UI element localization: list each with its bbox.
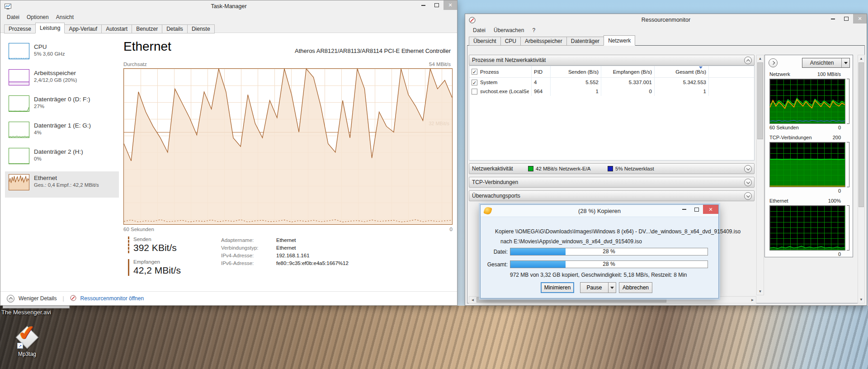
sidebar-item-ethernet[interactable]: Ethernet Ges.: 0,4 Empf.: 42,2 MBit/s <box>5 171 119 198</box>
tab-benutzer[interactable]: Benutzer <box>132 24 162 33</box>
scrollbar-thumb[interactable] <box>757 62 763 139</box>
tab-autostart[interactable]: Autostart <box>101 24 132 33</box>
section-title: Netzwerkaktivität <box>472 166 513 172</box>
checkbox[interactable]: ✓ <box>472 69 477 75</box>
sidebar-item-arbeitsspeicher[interactable]: Arbeitsspeicher 2,4/12,0 GB (20%) <box>5 66 119 93</box>
desktop-video-file-icon-partial[interactable] <box>3 306 70 308</box>
sidebar-item-datentraeger-1[interactable]: Datenträger 1 (E: G:) 4% <box>5 119 119 145</box>
memory-mini-chart <box>9 69 29 85</box>
desktop-wallpaper-rocks <box>0 306 868 369</box>
scale-bracket <box>847 79 849 124</box>
section-header-prozesse[interactable]: Prozesse mit Netzwerkaktivität <box>469 55 755 66</box>
desktop: The Messenger.avi ✔ ➚ Mp3tag Task-Manage… <box>0 0 868 369</box>
down-arrow-icon[interactable]: ▼ <box>858 296 864 303</box>
ethernet-throughput-chart: 32 MBit/s <box>123 68 453 225</box>
dropdown-arrow-icon[interactable] <box>841 58 849 67</box>
chevron-up-icon[interactable] <box>744 57 752 64</box>
chevron-down-icon[interactable] <box>744 192 752 200</box>
pause-button[interactable]: Pause <box>580 282 616 293</box>
section-title: Überwachungsports <box>472 193 520 199</box>
resource-monitor-titlebar[interactable]: Ressourcenmonitor ✕ <box>465 14 867 26</box>
tab-cpu[interactable]: CPU <box>500 37 521 46</box>
tab-app-verlauf[interactable]: App-Verlauf <box>64 24 102 33</box>
menu-datei[interactable]: Datei <box>3 14 23 20</box>
cell-name: svchost.exe (LocalServiceNet... <box>480 89 529 94</box>
sidebar-item-cpu[interactable]: CPU 5% 3,60 GHz <box>5 40 119 66</box>
cell-gesamt: 5.342.553 <box>655 78 709 87</box>
tab-leistung[interactable]: Leistung <box>35 23 65 33</box>
tab-dienste[interactable]: Dienste <box>187 24 215 33</box>
checkbox[interactable]: ✓ <box>472 80 477 85</box>
minimize-icon[interactable] <box>826 14 840 24</box>
cell-empfangen: 5.337.001 <box>601 78 655 87</box>
send-stat: Senden 392 KBit/s <box>128 237 181 253</box>
checkbox[interactable] <box>472 89 477 95</box>
down-arrow-icon[interactable]: ▼ <box>757 288 764 295</box>
up-arrow-icon[interactable]: ▲ <box>757 55 764 62</box>
close-icon[interactable]: ✕ <box>443 0 457 10</box>
sidebar-item-datentraeger-0[interactable]: Datenträger 0 (D: F:) 27% <box>5 93 119 119</box>
collapse-details-button[interactable] <box>7 295 14 303</box>
scrollbar-thumb[interactable] <box>859 62 864 207</box>
menu-optionen[interactable]: Optionen <box>23 14 52 20</box>
graph-bottom-right: 0 <box>838 251 841 257</box>
dropdown-arrow-icon[interactable] <box>608 283 616 293</box>
tab-prozesse[interactable]: Prozesse <box>4 24 36 33</box>
graph-label-tcp: TCP-Verbindungen 200 <box>769 135 841 140</box>
disk2-mini-chart <box>9 148 29 164</box>
section-header-tcp-verbindungen[interactable]: TCP-Verbindungen <box>469 177 755 188</box>
window-scrollbar[interactable]: ▲ ▼ <box>858 55 865 303</box>
adapter-properties: Adaptername: Ethernet Verbindungstyp: Et… <box>221 237 349 266</box>
task-manager-titlebar[interactable]: Task-Manager ✕ <box>0 0 457 12</box>
table-row[interactable]: ✓System 4 5.552 5.337.001 5.342.553 <box>469 78 754 87</box>
ansichten-dropdown-button[interactable]: Ansichten <box>802 58 850 68</box>
total-progress-bar: 28 % <box>510 260 708 268</box>
up-arrow-icon[interactable]: ▲ <box>858 55 864 62</box>
send-label: Senden <box>133 237 181 242</box>
maximize-icon[interactable] <box>690 205 703 214</box>
table-row[interactable]: svchost.exe (LocalServiceNet... 964 1 0 … <box>469 87 754 96</box>
left-arrow-icon[interactable]: ◄ <box>469 297 476 303</box>
tab-netzwerk[interactable]: Netzwerk <box>604 35 635 46</box>
minimize-icon[interactable] <box>416 0 430 10</box>
section-header-netzwerkaktivitaet[interactable]: Netzwerkaktivität 42 MBit/s Netzwerk-E/A… <box>469 163 755 174</box>
cell-pid: 4 <box>532 78 551 87</box>
ansichten-label: Ansichten <box>802 60 841 66</box>
chevron-down-icon[interactable] <box>744 165 752 173</box>
maximize-icon[interactable] <box>430 0 443 10</box>
prop-label: Verbindungstyp: <box>221 245 276 251</box>
sidebar-item-datentraeger-2[interactable]: Datenträger 2 (H:) 0% <box>5 145 119 171</box>
menu-datei[interactable]: Datei <box>469 27 490 33</box>
desktop-video-file-label[interactable]: The Messenger.avi <box>1 309 51 316</box>
green-legend-swatch <box>528 166 533 171</box>
abbrechen-button[interactable]: Abbrechen <box>619 282 652 293</box>
graph-bottom-right: 0 <box>838 125 841 130</box>
open-resource-monitor-link[interactable]: Ressourcenmonitor öffnen <box>80 295 144 302</box>
close-icon[interactable]: ✕ <box>853 14 867 24</box>
menu-ueberwachen[interactable]: Überwachen <box>490 27 528 33</box>
tab-arbeitsspeicher[interactable]: Arbeitsspeicher <box>520 37 567 46</box>
copy-dialog-window: (28 %) Kopieren ✕ Kopiere \\OMEGA\G\Down… <box>480 204 719 298</box>
copy-dialog-titlebar[interactable]: (28 %) Kopieren ✕ <box>481 205 718 217</box>
scale-bracket <box>847 142 849 187</box>
minimieren-button[interactable]: Minimieren <box>541 282 574 293</box>
menu-ansicht[interactable]: Ansicht <box>52 14 77 20</box>
tab-uebersicht[interactable]: Übersicht <box>469 37 501 46</box>
minimize-icon[interactable] <box>678 205 690 214</box>
maximize-icon[interactable] <box>840 14 853 24</box>
right-arrow-icon[interactable]: ► <box>749 297 756 303</box>
section-header-ueberwachungsports[interactable]: Überwachungsports <box>469 190 755 201</box>
graph-label-netzwerk: Netzwerk 100 MBit/s <box>769 71 841 77</box>
close-icon[interactable]: ✕ <box>703 205 718 214</box>
resource-monitor-tabs: Übersicht CPU Arbeitsspeicher Datenträge… <box>469 35 635 46</box>
file-progress-label: Datei: <box>481 249 508 255</box>
desktop-shortcut-mp3tag[interactable]: ✔ ➚ Mp3tag <box>11 326 43 357</box>
main-column-scrollbar[interactable]: ▲ ▼ <box>756 55 764 295</box>
tab-datentraeger[interactable]: Datenträger <box>566 37 604 46</box>
less-details-label[interactable]: Weniger Details <box>19 295 57 302</box>
table-header-row[interactable]: ✓Prozess PID Senden (B/s) Empfangen (B/s… <box>469 66 754 78</box>
tab-details[interactable]: Details <box>162 24 188 33</box>
chevron-down-icon[interactable] <box>744 179 752 186</box>
expand-right-icon[interactable] <box>769 58 778 67</box>
menu-help[interactable]: ? <box>528 27 539 33</box>
